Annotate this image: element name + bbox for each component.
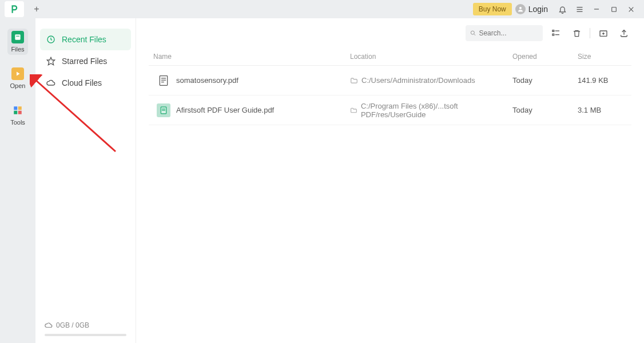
svg-rect-19 xyxy=(552,30,554,32)
close-button[interactable] xyxy=(622,1,639,17)
content-toolbar xyxy=(149,25,631,41)
rail-files-label: Files xyxy=(11,46,24,53)
upload-icon[interactable] xyxy=(617,26,631,41)
rail-open[interactable]: Open xyxy=(7,65,29,91)
side-starred-label: Starred Files xyxy=(62,57,107,66)
clock-icon xyxy=(46,34,56,45)
pdf-file-icon xyxy=(157,74,170,87)
pdf-file-icon xyxy=(157,103,170,117)
svg-rect-9 xyxy=(16,36,19,37)
titlebar: + Buy Now Login xyxy=(0,0,644,18)
login-button[interactable]: Login xyxy=(515,4,548,14)
search-box[interactable] xyxy=(466,25,543,41)
left-rail: Files Open Tools xyxy=(0,18,35,343)
app-logo[interactable] xyxy=(5,1,24,17)
files-icon xyxy=(11,31,24,43)
content-area: Name Location Opened Size somatosensory.… xyxy=(136,18,644,343)
side-recent-label: Recent Files xyxy=(62,35,106,44)
rail-files[interactable]: Files xyxy=(7,29,27,55)
storage-indicator: 0GB / 0GB xyxy=(40,318,131,333)
notification-icon[interactable] xyxy=(554,1,571,17)
login-label: Login xyxy=(528,5,548,14)
rail-open-label: Open xyxy=(10,82,26,89)
svg-marker-10 xyxy=(17,72,20,76)
folder-icon xyxy=(350,106,357,114)
add-folder-icon[interactable] xyxy=(596,26,611,41)
svg-marker-16 xyxy=(47,57,54,65)
table-header: Name Location Opened Size xyxy=(149,48,631,66)
svg-line-18 xyxy=(474,34,476,35)
file-name: Afirstsoft PDF User Guide.pdf xyxy=(176,106,274,114)
rail-tools[interactable]: Tools xyxy=(7,102,29,128)
col-size-header[interactable]: Size xyxy=(578,53,631,61)
svg-rect-27 xyxy=(160,75,167,85)
rail-tools-label: Tools xyxy=(10,119,25,126)
svg-rect-13 xyxy=(14,111,17,114)
cloud-storage-icon xyxy=(45,321,53,329)
new-tab-button[interactable]: + xyxy=(29,1,45,17)
user-avatar-icon xyxy=(515,4,526,14)
minimize-button[interactable] xyxy=(588,1,605,17)
file-location: C:/Program Files (x86)/...tsoft PDF/res/… xyxy=(361,102,512,119)
col-name-header[interactable]: Name xyxy=(149,53,350,61)
svg-point-17 xyxy=(471,31,474,34)
svg-rect-20 xyxy=(552,34,554,35)
menu-icon[interactable] xyxy=(571,1,588,17)
delete-icon[interactable] xyxy=(569,26,584,41)
side-starred-files[interactable]: Starred Files xyxy=(40,50,131,72)
table-row[interactable]: somatosensory.pdf C:/Users/Administrator… xyxy=(149,66,631,95)
file-name: somatosensory.pdf xyxy=(176,76,238,85)
file-size: 141.9 KB xyxy=(578,76,631,85)
side-cloud-files[interactable]: Cloud Files xyxy=(40,72,131,94)
svg-rect-11 xyxy=(14,106,17,110)
svg-rect-12 xyxy=(18,106,22,110)
maximize-button[interactable] xyxy=(605,1,622,17)
toolbar-separator xyxy=(590,28,590,38)
folder-icon xyxy=(350,77,358,85)
side-recent-files[interactable]: Recent Files xyxy=(40,29,131,50)
search-icon xyxy=(470,30,476,37)
storage-bar xyxy=(45,334,126,336)
search-input[interactable] xyxy=(479,29,538,37)
svg-rect-5 xyxy=(611,7,616,11)
cloud-icon xyxy=(46,78,56,88)
col-opened-header[interactable]: Opened xyxy=(512,53,578,61)
svg-rect-14 xyxy=(18,111,22,114)
side-cloud-label: Cloud Files xyxy=(62,78,102,87)
file-opened: Today xyxy=(512,106,578,114)
side-panel: Recent Files Starred Files Cloud Files 0… xyxy=(35,18,136,343)
table-row[interactable]: Afirstsoft PDF User Guide.pdf C:/Program… xyxy=(149,95,631,125)
file-location: C:/Users/Administrator/Downloads xyxy=(361,76,475,85)
open-icon xyxy=(11,67,24,80)
tools-icon xyxy=(11,104,24,117)
col-location-header[interactable]: Location xyxy=(350,53,512,61)
svg-rect-8 xyxy=(15,34,20,39)
file-opened: Today xyxy=(512,76,578,85)
file-size: 3.1 MB xyxy=(578,106,631,114)
storage-text: 0GB / 0GB xyxy=(56,321,89,329)
svg-point-0 xyxy=(519,7,522,9)
view-list-icon[interactable] xyxy=(548,26,563,41)
star-icon xyxy=(46,56,56,66)
buy-now-button[interactable]: Buy Now xyxy=(473,3,512,15)
